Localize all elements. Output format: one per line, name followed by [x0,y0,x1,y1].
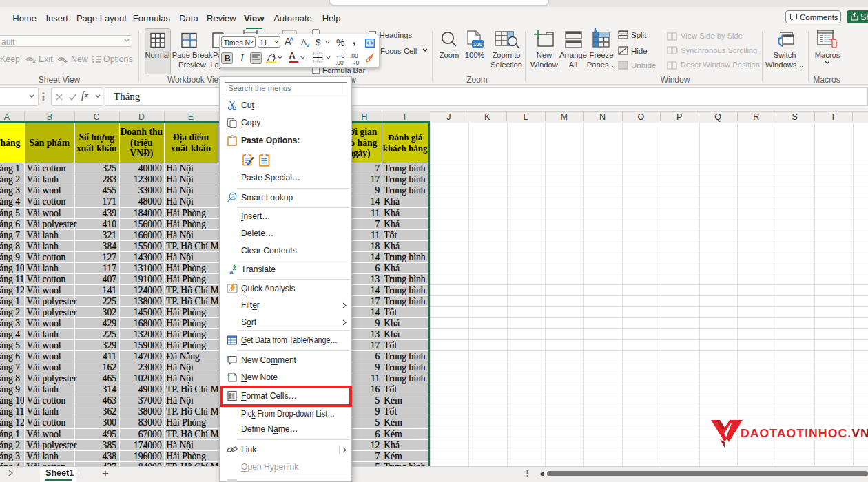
svg-text:a: a [229,268,234,275]
svg-text:i: i [232,194,234,200]
svg-text:100: 100 [473,41,483,47]
